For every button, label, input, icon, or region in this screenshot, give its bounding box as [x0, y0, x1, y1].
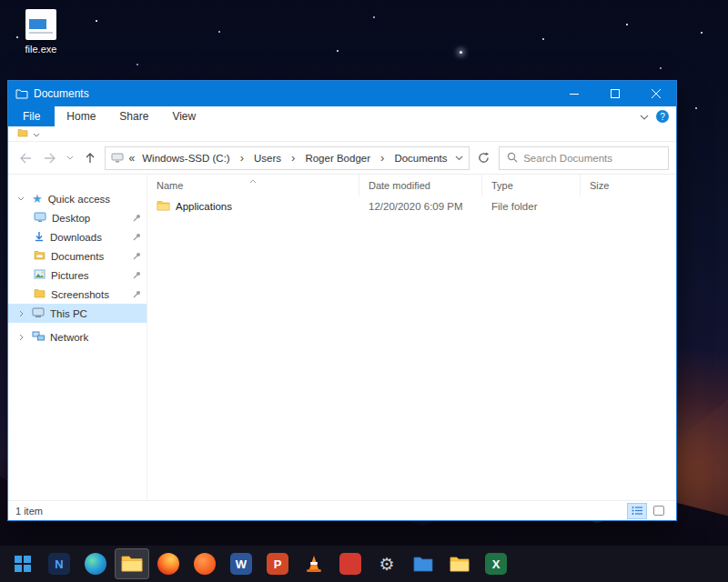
taskbar-firefox[interactable] [151, 548, 186, 579]
column-header-date-modified[interactable]: Date modified [359, 175, 482, 196]
taskbar-app-orange[interactable] [187, 548, 222, 579]
help-icon[interactable]: ? [656, 110, 669, 123]
quick-access-toolbar [8, 126, 676, 142]
navigation-bar: « Windows-SSD (C:) › Users › Roger Bodge… [8, 142, 676, 175]
taskbar-word[interactable]: W [224, 548, 258, 579]
file-explorer-window: Documents File Home Share View ? [7, 80, 677, 521]
app-n-icon: N [48, 553, 70, 575]
sidebar-item-pictures[interactable]: Pictures [8, 266, 147, 285]
powerpoint-icon: P [267, 553, 288, 575]
downloads-icon [34, 231, 45, 244]
app-orange-icon [194, 553, 216, 575]
sidebar-item-quick-access[interactable]: ★ Quick access [8, 189, 147, 208]
back-button[interactable] [15, 146, 36, 170]
taskbar-excel[interactable]: X [479, 548, 513, 579]
details-view-icon [632, 506, 643, 516]
forward-arrow-icon [44, 153, 56, 164]
sidebar-item-label: Pictures [51, 270, 89, 281]
window-title: Documents [34, 87, 89, 100]
chevron-right-icon[interactable] [15, 310, 26, 317]
network-icon [32, 331, 45, 344]
pin-icon[interactable] [133, 213, 141, 224]
sidebar-item-desktop[interactable]: Desktop [8, 208, 147, 227]
recent-locations-button[interactable] [65, 146, 76, 170]
column-header-name[interactable]: Name [147, 175, 359, 196]
taskbar-edge[interactable] [78, 548, 113, 579]
start-button[interactable] [5, 548, 40, 579]
taskbar-file-explorer[interactable] [115, 548, 149, 579]
minimize-button[interactable] [553, 81, 594, 106]
breadcrumb-collapsed[interactable]: « [129, 152, 136, 165]
taskbar-app-n[interactable]: N [42, 548, 76, 579]
file-row-applications[interactable]: Applications 12/20/2020 6:09 PM File fol… [147, 196, 676, 216]
screenshots-folder-icon [34, 288, 46, 300]
stars [0, 0, 2, 2]
sidebar-item-label: Desktop [52, 213, 90, 224]
pin-icon[interactable] [133, 251, 141, 262]
sidebar-item-network[interactable]: Network [8, 327, 147, 346]
pictures-icon [34, 269, 46, 281]
pin-icon[interactable] [133, 270, 141, 281]
taskbar-vlc[interactable] [297, 548, 331, 579]
sidebar-item-screenshots[interactable]: Screenshots [8, 285, 147, 304]
column-header-type[interactable]: Type [482, 175, 581, 196]
details-view-button[interactable] [627, 503, 647, 519]
sidebar-item-label: Quick access [48, 194, 110, 205]
folder-icon [157, 200, 170, 213]
pin-icon[interactable] [133, 232, 141, 243]
breadcrumb-current[interactable]: Documents [392, 153, 449, 164]
word-icon: W [230, 553, 252, 575]
settings-gear-icon: ⚙ [379, 556, 394, 573]
tab-home[interactable]: Home [55, 106, 107, 126]
taskbar-powerpoint[interactable]: P [260, 548, 295, 579]
qat-dropdown-icon[interactable] [33, 128, 40, 139]
tab-view[interactable]: View [160, 106, 207, 126]
large-icons-view-button[interactable] [649, 503, 669, 519]
quick-access-star-icon: ★ [32, 193, 43, 205]
column-header-size[interactable]: Size [581, 175, 652, 196]
file-list-pane: Name Date modified Type Size Application… [147, 175, 676, 500]
desktop-icon-file-exe[interactable]: file.exe [11, 9, 71, 55]
address-dropdown-icon[interactable] [455, 156, 463, 161]
breadcrumb-users[interactable]: Users [252, 153, 283, 164]
file-type: File folder [482, 201, 581, 212]
close-button[interactable] [635, 81, 676, 106]
sidebar-item-this-pc[interactable]: This PC [8, 304, 147, 323]
desktop-icon-glyph [34, 212, 46, 225]
sidebar-item-downloads[interactable]: Downloads [8, 227, 147, 246]
taskbar-app-red[interactable] [333, 548, 368, 579]
expand-ribbon-chevron-icon[interactable] [640, 110, 649, 123]
pin-icon[interactable] [133, 289, 141, 300]
sidebar-item-label: Documents [51, 251, 104, 262]
title-bar[interactable]: Documents [8, 81, 676, 106]
taskbar-app-blue[interactable] [406, 548, 440, 579]
file-date-modified: 12/20/2020 6:09 PM [359, 201, 482, 212]
breadcrumb-drive[interactable]: Windows-SSD (C:) [140, 153, 231, 164]
maximize-button[interactable] [594, 81, 635, 106]
close-icon [652, 89, 661, 98]
sidebar-item-label: Downloads [50, 232, 102, 243]
taskbar: N W P ⚙ [0, 546, 728, 582]
location-icon [111, 152, 124, 165]
refresh-button[interactable] [473, 146, 496, 170]
tab-file[interactable]: File [8, 106, 55, 126]
taskbar-settings[interactable]: ⚙ [369, 548, 404, 579]
status-bar: 1 item [8, 500, 676, 520]
sidebar-item-documents[interactable]: Documents [8, 246, 147, 266]
qat-folder-icon[interactable] [17, 128, 28, 139]
forward-button[interactable] [40, 146, 61, 170]
address-bar[interactable]: « Windows-SSD (C:) › Users › Roger Bodge… [105, 146, 470, 170]
up-button[interactable] [80, 146, 101, 170]
vlc-icon [304, 554, 324, 574]
sidebar-item-label: This PC [50, 308, 87, 319]
maximize-icon [611, 89, 620, 98]
chevron-right-icon[interactable] [15, 334, 26, 341]
item-count: 1 item [15, 506, 43, 517]
taskbar-folder[interactable] [442, 548, 477, 579]
excel-icon: X [485, 553, 507, 575]
chevron-down-icon[interactable] [15, 196, 26, 201]
breadcrumb-user[interactable]: Roger Bodger [303, 153, 372, 164]
search-input[interactable] [523, 153, 661, 164]
tab-share[interactable]: Share [107, 106, 160, 126]
search-box [499, 146, 669, 170]
